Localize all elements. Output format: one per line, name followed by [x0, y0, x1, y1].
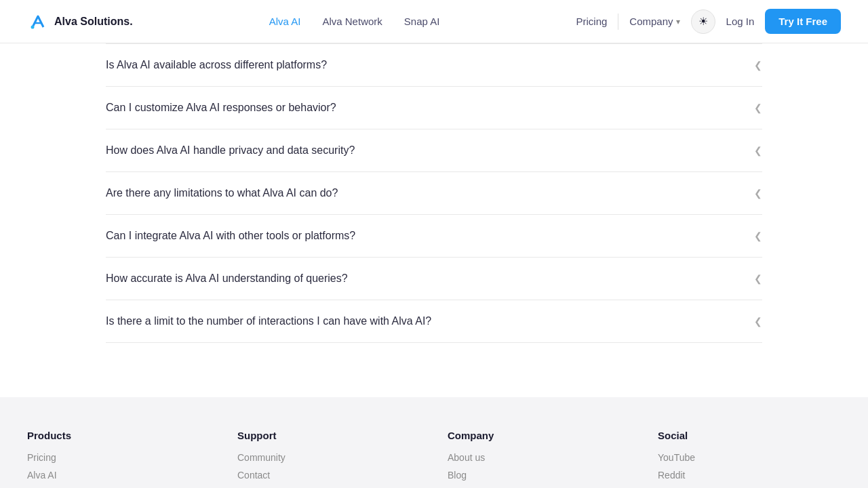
faq-chevron-icon: ❮: [754, 60, 762, 70]
brand-name: Alva Solutions.: [54, 16, 133, 28]
faq-chevron-icon: ❮: [754, 316, 762, 327]
faq-item[interactable]: How does Alva AI handle privacy and data…: [106, 129, 762, 172]
faq-item[interactable]: Can I customize Alva AI responses or beh…: [106, 87, 762, 129]
faq-item[interactable]: Can I integrate Alva AI with other tools…: [106, 215, 762, 258]
footer-community-link[interactable]: Community: [237, 452, 420, 463]
chevron-down-icon: ▾: [676, 17, 680, 26]
faq-question: Are there any limitations to what Alva A…: [106, 187, 338, 199]
svg-point-0: [31, 25, 35, 28]
company-dropdown[interactable]: Company ▾: [629, 16, 679, 27]
footer-social-title: Social: [658, 430, 841, 441]
footer-support-links: Community Contact: [237, 452, 420, 481]
navbar: Alva Solutions. Alva AI Alva Network Sna…: [0, 0, 868, 43]
login-link[interactable]: Log In: [726, 16, 755, 27]
footer-reddit-link[interactable]: Reddit: [658, 470, 841, 481]
footer-blog-link[interactable]: Blog: [448, 470, 631, 481]
faq-item[interactable]: Is Alva AI available across different pl…: [106, 43, 762, 87]
pricing-link[interactable]: Pricing: [576, 16, 608, 27]
footer-youtube-link[interactable]: YouTube: [658, 452, 841, 463]
nav-alva-ai[interactable]: Alva AI: [269, 16, 301, 27]
footer-social-links: YouTube Reddit: [658, 452, 841, 481]
faq-question: Can I integrate Alva AI with other tools…: [106, 230, 355, 242]
faq-chevron-icon: ❮: [754, 102, 762, 113]
footer-alva-ai-link[interactable]: Alva AI: [27, 470, 210, 481]
logo-icon: [27, 11, 49, 33]
faq-question: How accurate is Alva AI understanding of…: [106, 272, 348, 285]
faq-list: Is Alva AI available across different pl…: [106, 43, 762, 343]
footer-grid: Products Pricing Alva AI Support Communi…: [27, 430, 841, 487]
faq-item[interactable]: Is there a limit to the number of intera…: [106, 300, 762, 343]
footer-company-title: Company: [448, 430, 631, 441]
faq-chevron-icon: ❮: [754, 230, 762, 241]
footer-company-links: About us Blog: [448, 452, 631, 481]
theme-toggle-button[interactable]: ☀: [691, 9, 715, 34]
faq-question: Can I customize Alva AI responses or beh…: [106, 102, 336, 114]
faq-chevron-icon: ❮: [754, 188, 762, 199]
footer-support-title: Support: [237, 430, 420, 441]
nav-links: Alva AI Alva Network Snap AI: [269, 16, 440, 27]
faq-item[interactable]: Are there any limitations to what Alva A…: [106, 172, 762, 215]
brand-area: Alva Solutions.: [27, 11, 133, 33]
faq-item[interactable]: How accurate is Alva AI understanding of…: [106, 258, 762, 300]
navbar-right: Pricing Company ▾ ☀ Log In Try It Free: [576, 9, 841, 34]
footer-pricing-link[interactable]: Pricing: [27, 452, 210, 463]
footer: Products Pricing Alva AI Support Communi…: [0, 397, 868, 488]
footer-products-links: Pricing Alva AI: [27, 452, 210, 481]
faq-question: Is there a limit to the number of intera…: [106, 315, 431, 327]
nav-divider: [618, 14, 618, 30]
nav-snap-ai[interactable]: Snap AI: [404, 16, 440, 27]
main-content: Is Alva AI available across different pl…: [0, 43, 868, 343]
company-label: Company: [629, 16, 673, 27]
faq-question: How does Alva AI handle privacy and data…: [106, 144, 355, 157]
footer-products: Products Pricing Alva AI: [27, 430, 210, 487]
faq-question: Is Alva AI available across different pl…: [106, 59, 327, 71]
faq-chevron-icon: ❮: [754, 273, 762, 284]
faq-chevron-icon: ❮: [754, 145, 762, 156]
try-free-button[interactable]: Try It Free: [765, 9, 841, 34]
footer-about-link[interactable]: About us: [448, 452, 631, 463]
footer-support: Support Community Contact: [237, 430, 420, 487]
footer-company: Company About us Blog: [448, 430, 631, 487]
nav-alva-network[interactable]: Alva Network: [322, 16, 382, 27]
footer-social: Social YouTube Reddit: [658, 430, 841, 487]
footer-contact-link[interactable]: Contact: [237, 470, 420, 481]
right-links: Pricing Company ▾: [576, 14, 680, 30]
footer-products-title: Products: [27, 430, 210, 441]
